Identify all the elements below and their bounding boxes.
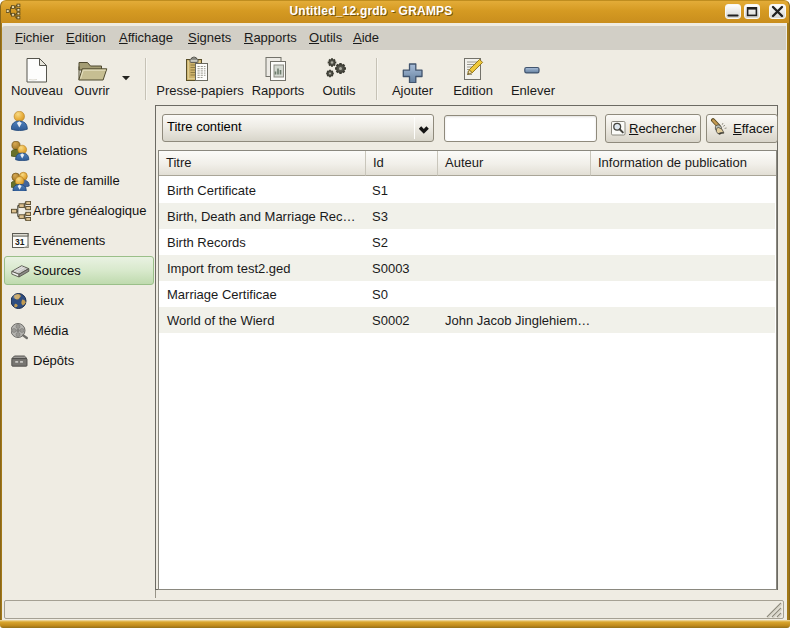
svg-text:31: 31 [15, 237, 25, 247]
